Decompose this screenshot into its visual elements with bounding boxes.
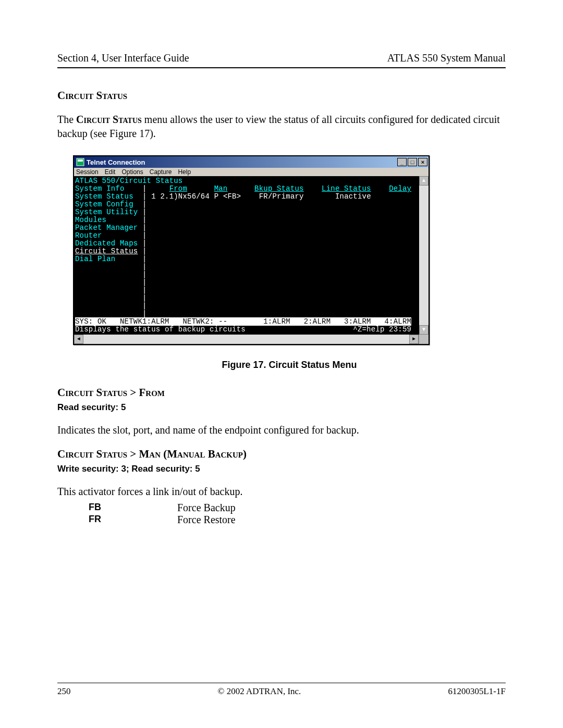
- security-man: Write security: 3; Read security: 5: [57, 464, 506, 474]
- telnet-window: Telnet Connection _ □ × Session Edit Opt…: [73, 155, 430, 345]
- scroll-right-icon[interactable]: ►: [409, 335, 419, 344]
- side-packet-manager[interactable]: Packet Manager: [75, 224, 138, 232]
- window-titlebar[interactable]: Telnet Connection _ □ ×: [74, 156, 429, 168]
- menu-options[interactable]: Options: [121, 169, 143, 175]
- heading-from: Circuit Status > From: [57, 386, 506, 399]
- heading-man: Circuit Status > Man (Manual Backup): [57, 448, 506, 461]
- side-system-config[interactable]: System Config: [75, 200, 133, 208]
- status-line-2-left: Displays the status of backup circuits: [75, 325, 246, 334]
- row-bkup: FR/Primary: [259, 192, 304, 201]
- terminal-area[interactable]: ATLAS 550/Circuit Status System Info | F…: [74, 176, 419, 335]
- col-man: Man: [214, 184, 228, 193]
- hscroll-track[interactable]: [83, 335, 409, 344]
- intro-paragraph: The Circuit Status menu allows the user …: [57, 113, 506, 141]
- status-line-2-right: ^Z=help 23:59: [353, 325, 411, 334]
- col-delay: Delay: [389, 184, 411, 193]
- def-term-fb: FB: [89, 502, 146, 514]
- figure-17: Telnet Connection _ □ × Session Edit Opt…: [73, 155, 506, 371]
- svg-rect-1: [78, 159, 83, 162]
- security-from: Read security: 5: [57, 402, 506, 413]
- scroll-up-icon[interactable]: ▲: [419, 176, 429, 186]
- side-router[interactable]: Router: [75, 231, 102, 240]
- heading-circuit-status: Circuit Status: [57, 89, 506, 102]
- def-def-fr: Force Restore: [177, 514, 236, 526]
- col-line: Line Status: [322, 184, 371, 193]
- def-row-fb: FB Force Backup: [89, 502, 506, 514]
- side-dedicated-maps[interactable]: Dedicated Maps: [75, 239, 138, 248]
- def-term-fr: FR: [89, 514, 146, 526]
- row-from: 2.1)Nx56/64 P: [160, 192, 218, 201]
- header-left: Section 4, User Interface Guide: [57, 52, 189, 64]
- resize-grip-icon[interactable]: [419, 335, 429, 344]
- figure-caption: Figure 17. Circuit Status Menu: [73, 360, 506, 371]
- vertical-scrollbar[interactable]: ▲ ▼: [419, 176, 429, 335]
- window-menubar: Session Edit Options Capture Help: [74, 168, 429, 176]
- menu-session[interactable]: Session: [76, 169, 99, 175]
- side-dial-plan[interactable]: Dial Plan: [75, 255, 115, 263]
- doc-number: 61200305L1-1F: [448, 686, 506, 697]
- status-line-1: SYS: OK NETWK1:ALRM NETWK2: -- 1:ALRM 2:…: [75, 317, 411, 326]
- menu-edit[interactable]: Edit: [105, 169, 116, 175]
- def-row-fr: FR Force Restore: [89, 514, 506, 526]
- page-number: 250: [57, 686, 71, 697]
- page-footer: 250 © 2002 ADTRAN, Inc. 61200305L1-1F: [57, 683, 506, 697]
- scroll-left-icon[interactable]: ◄: [74, 335, 83, 344]
- intro-bold: Circuit Status: [76, 114, 142, 125]
- col-bkup: Bkup Status: [254, 184, 304, 193]
- menu-help[interactable]: Help: [178, 169, 191, 175]
- side-system-info[interactable]: System Info: [75, 184, 125, 193]
- row-man[interactable]: <FB>: [223, 192, 241, 201]
- page-header: Section 4, User Interface Guide ATLAS 55…: [57, 52, 506, 68]
- col-from: From: [169, 184, 187, 193]
- horizontal-scrollbar[interactable]: ◄ ►: [74, 335, 429, 344]
- def-def-fb: Force Backup: [177, 502, 236, 514]
- header-right: ATLAS 550 System Manual: [387, 52, 506, 64]
- scroll-track[interactable]: [419, 186, 429, 325]
- menu-capture[interactable]: Capture: [150, 169, 172, 175]
- side-system-utility[interactable]: System Utility: [75, 208, 138, 216]
- app-icon: [76, 158, 84, 166]
- body-man: This activator forces a link in/out of b…: [57, 485, 506, 499]
- row-idx: 1: [151, 192, 156, 201]
- side-system-status[interactable]: System Status: [75, 192, 133, 201]
- copyright: © 2002 ADTRAN, Inc.: [218, 686, 301, 697]
- side-modules[interactable]: Modules: [75, 216, 106, 224]
- row-line: Inactive: [335, 192, 371, 201]
- window-title: Telnet Connection: [87, 159, 145, 166]
- maximize-button[interactable]: □: [408, 158, 417, 166]
- side-circuit-status[interactable]: Circuit Status: [75, 247, 138, 255]
- terminal-breadcrumb: ATLAS 550/Circuit Status: [75, 177, 182, 185]
- scroll-down-icon[interactable]: ▼: [419, 325, 429, 335]
- body-from: Indicates the slot, port, and name of th…: [57, 423, 506, 437]
- close-button[interactable]: ×: [418, 158, 427, 166]
- minimize-button[interactable]: _: [397, 158, 407, 166]
- intro-pre: The: [57, 114, 76, 125]
